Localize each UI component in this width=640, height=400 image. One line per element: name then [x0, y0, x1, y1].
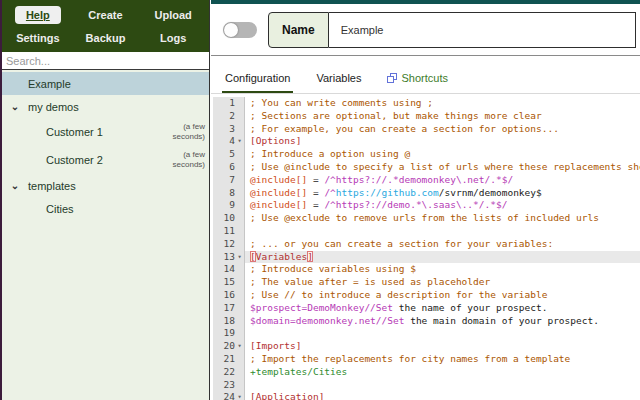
menu-item-help[interactable]: Help: [15, 6, 61, 24]
menu-item-upload[interactable]: Upload: [144, 6, 203, 24]
line-number: 17: [213, 302, 235, 315]
code-line[interactable]: 11: [213, 225, 640, 238]
fold-gap: [235, 353, 244, 366]
chevron-down-icon[interactable]: ⌄: [2, 180, 28, 191]
tree-item-customer-2[interactable]: Customer 2(a few seconds): [2, 146, 209, 174]
code-line[interactable]: 4▾[Options]: [213, 135, 640, 148]
tree-item-cities[interactable]: Cities: [2, 197, 209, 220]
name-field-group: Name: [268, 12, 636, 48]
code-line[interactable]: 7@include[] = /^https?://.*demomonkey\.n…: [213, 174, 640, 187]
search-input[interactable]: [2, 52, 209, 70]
code-line-text: ; Use @exclude to remove urls from the l…: [245, 212, 640, 225]
tree-item-customer-1[interactable]: Customer 1(a few seconds): [2, 118, 209, 146]
token-pln: =: [307, 174, 324, 185]
name-field-label: Name: [268, 12, 329, 48]
code-line[interactable]: 20▾[Imports]: [213, 340, 640, 353]
fold-gap: [235, 302, 244, 315]
code-line[interactable]: 12; ... or you can create a section for …: [213, 238, 640, 251]
code-line[interactable]: 16; Use // to introduce a description fo…: [213, 289, 640, 302]
tab-label: Configuration: [225, 72, 290, 84]
code-line[interactable]: 13▾[Variables]: [213, 251, 640, 264]
code-line-text: ; Use @include to specify a list of urls…: [245, 161, 640, 174]
tab-configuration[interactable]: Configuration: [222, 72, 293, 93]
token-opt: @include[]: [250, 174, 307, 185]
line-number: 24: [213, 391, 235, 400]
code-line[interactable]: 10; Use @exclude to remove urls from the…: [213, 212, 640, 225]
line-number: 12: [213, 238, 235, 251]
code-line[interactable]: 6; Use @include to specify a list of url…: [213, 161, 640, 174]
token-imp: +templates/Cities: [250, 366, 347, 377]
line-gutter: 13▾: [213, 251, 245, 264]
line-gutter: 15: [213, 276, 245, 289]
chevron-down-icon[interactable]: ⌄: [2, 101, 28, 112]
line-number: 16: [213, 289, 235, 302]
token-pln: the name of your prospect.: [393, 302, 547, 313]
code-line[interactable]: 19: [213, 327, 640, 340]
line-number: 22: [213, 366, 235, 379]
token-val: /^: [324, 187, 335, 198]
code-line[interactable]: 15; The value after = is used as placeho…: [213, 276, 640, 289]
menu-item-backup[interactable]: Backup: [75, 29, 137, 47]
line-gutter: 19: [213, 327, 245, 340]
line-gutter: 6: [213, 161, 245, 174]
code-line[interactable]: 21; Import the replacements for city nam…: [213, 353, 640, 366]
tree-item-my-demos[interactable]: ⌄my demos: [2, 95, 209, 118]
code-line[interactable]: 23: [213, 379, 640, 392]
line-number: 21: [213, 353, 235, 366]
code-line[interactable]: 17$prospect=DemoMonkey//Set the name of …: [213, 302, 640, 315]
tab-shortcuts[interactable]: Shortcuts: [384, 72, 450, 93]
fold-gap: [235, 315, 244, 328]
enable-toggle[interactable]: [223, 22, 257, 38]
token-val: $domain=demomonkey.net//Set: [250, 315, 404, 326]
code-line[interactable]: 3; For example, you can create a section…: [213, 123, 640, 136]
code-line-text: @include[] = /^https://github.com/svrnm/…: [245, 187, 640, 200]
line-number: 23: [213, 379, 235, 392]
tab-label: Shortcuts: [401, 72, 447, 84]
fold-icon[interactable]: ▾: [235, 251, 244, 264]
token-sec: [Options]: [250, 135, 301, 146]
line-number: 9: [213, 199, 235, 212]
line-gutter: 12: [213, 238, 245, 251]
name-input[interactable]: [329, 12, 636, 48]
fold-gap: [235, 212, 244, 225]
token-pln: =: [307, 199, 324, 210]
code-line[interactable]: 14; Introduce variables using $: [213, 263, 640, 276]
menu-item-logs[interactable]: Logs: [149, 29, 197, 47]
token-opt: @include[]: [250, 187, 307, 198]
code-line-text: @include[] = /^https?://.*demomonkey\.ne…: [245, 174, 640, 187]
code-line[interactable]: 2; Sections are optional, but make thing…: [213, 110, 640, 123]
code-line[interactable]: 22+templates/Cities: [213, 366, 640, 379]
tree-item-example[interactable]: Example: [2, 72, 209, 95]
code-editor[interactable]: 1; You can write comments using ;2; Sect…: [211, 94, 640, 400]
code-line[interactable]: 9@include[] = /^https?://demo.*\.saas\..…: [213, 199, 640, 212]
fold-icon[interactable]: ▾: [235, 391, 244, 400]
token-opt: @include[]: [250, 199, 307, 210]
fold-gap: [235, 187, 244, 200]
code-line-text: ; You can write comments using ;: [245, 97, 640, 110]
line-gutter: 3: [213, 123, 245, 136]
code-line[interactable]: 8@include[] = /^https://github.com/svrnm…: [213, 187, 640, 200]
menu-item-create[interactable]: Create: [77, 6, 133, 24]
line-gutter: 20▾: [213, 340, 245, 353]
line-number: 5: [213, 148, 235, 161]
tree-item-label: Customer 1: [46, 126, 103, 138]
line-number: 1: [213, 97, 235, 110]
code-line[interactable]: 24▾[Application]: [213, 391, 640, 400]
token-com: ; For example, you can create a section …: [250, 123, 559, 134]
code-line[interactable]: 5; Introduce a option using @: [213, 148, 640, 161]
code-line[interactable]: 1; You can write comments using ;: [213, 97, 640, 110]
fold-gap: [235, 161, 244, 174]
code-line[interactable]: 18$domain=demomonkey.net//Set the main d…: [213, 315, 640, 328]
fold-gap: [235, 276, 244, 289]
token-sec: Variables: [256, 251, 307, 262]
fold-gap: [235, 379, 244, 392]
tree-item-templates[interactable]: ⌄templates: [2, 174, 209, 197]
code-line-text: ; Introduce variables using $: [245, 263, 640, 276]
line-number: 10: [213, 212, 235, 225]
fold-icon[interactable]: ▾: [235, 340, 244, 353]
tab-variables[interactable]: Variables: [313, 72, 364, 93]
fold-icon[interactable]: ▾: [235, 135, 244, 148]
menu-item-settings[interactable]: Settings: [5, 29, 70, 47]
age-badge: (a few seconds): [153, 150, 205, 170]
line-number: 8: [213, 187, 235, 200]
